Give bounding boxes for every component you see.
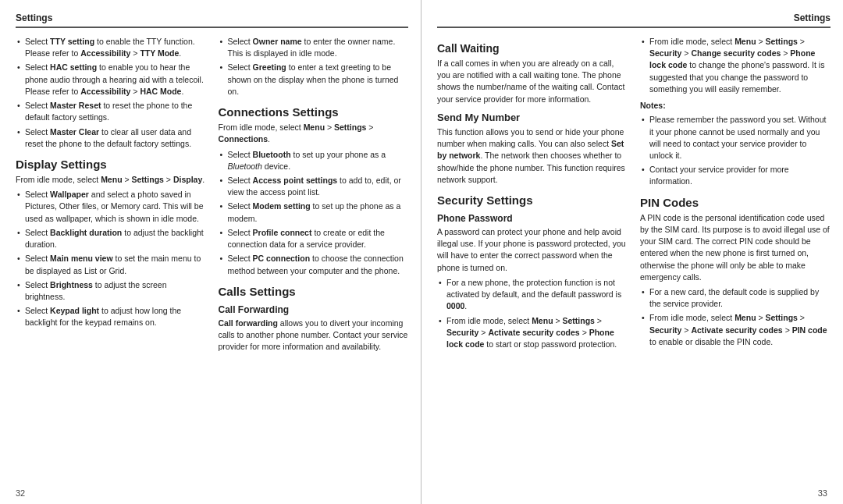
list-item: From idle mode, select Menu > Settings >… [640, 312, 831, 348]
call-forwarding-text: Call forwarding allows you to divert you… [219, 318, 409, 353]
call-waiting-text: If a call comes in when you are already … [437, 58, 628, 105]
list-item: Select Wallpaper and select a photo save… [16, 189, 206, 225]
list-item: For a new card, the default code is supp… [640, 286, 831, 310]
list-item: Select Master Reset to reset the phone t… [16, 100, 206, 123]
pin-codes-bullets: For a new card, the default code is supp… [640, 286, 831, 348]
notes-bullets: Please remember the password you set. Wi… [640, 114, 831, 187]
right-col3: Call Waiting If a call comes in when you… [437, 36, 628, 488]
list-item: Select Bluetooth to set up your phone as… [219, 149, 409, 172]
list-item: Contact your service provider for more i… [640, 164, 831, 187]
left-col1-bullets: Select TTY setting to enable the TTY fun… [16, 36, 206, 150]
left-col2: Select Owner name to enter the owner nam… [219, 36, 409, 488]
display-settings-intro: From idle mode, select Menu > Settings >… [16, 174, 206, 186]
display-settings-heading: Display Settings [16, 158, 206, 171]
list-item: From idle mode, select Menu > Settings >… [640, 36, 831, 95]
display-settings-bullets: Select Wallpaper and select a photo save… [16, 189, 206, 328]
left-col1: Select TTY setting to enable the TTY fun… [16, 36, 206, 488]
right-header: Settings [794, 12, 831, 23]
right-col4: From idle mode, select Menu > Settings >… [640, 36, 831, 488]
phone-password-heading: Phone Password [437, 213, 628, 224]
list-item: Select PC connection to choose the conne… [219, 253, 409, 276]
right-col4-bullets: From idle mode, select Menu > Settings >… [640, 36, 831, 95]
page-number-right: 33 [818, 488, 827, 498]
list-item: Select HAC setting to enable you to hear… [16, 62, 206, 98]
list-item: Select Modem setting to set up the phone… [219, 201, 409, 224]
list-item: Select Brightness to adjust the screen b… [16, 279, 206, 303]
notes-label: Notes: [640, 100, 831, 112]
list-item: Select Keypad light to adjust how long t… [16, 305, 206, 328]
list-item: Select Profile connect to create or edit… [219, 227, 409, 250]
list-item: Select Access point settings to add to, … [219, 175, 409, 198]
list-item: For a new phone, the protection function… [437, 277, 628, 313]
left-header: Settings [16, 12, 52, 23]
call-forwarding-heading: Call Forwarding [219, 304, 409, 315]
manual-page: Settings Select TTY setting to enable th… [0, 0, 843, 504]
list-item: Please remember the password you set. Wi… [640, 114, 831, 161]
page-number-left: 32 [16, 488, 25, 498]
phone-password-bullets: For a new phone, the protection function… [437, 277, 628, 350]
send-my-number-text: This function allows you to send or hide… [437, 126, 628, 186]
pin-codes-text: A PIN code is the personal identificatio… [640, 212, 831, 283]
send-my-number-heading: Send My Number [437, 112, 628, 123]
phone-password-text: A password can protect your phone and he… [437, 226, 628, 274]
list-item: Select TTY setting to enable the TTY fun… [16, 36, 206, 59]
notes-section: Notes: Please remember the password you … [640, 100, 831, 188]
list-item: Select Master Clear to clear all user da… [16, 126, 206, 150]
calls-settings-heading: Calls Settings [219, 285, 409, 298]
call-waiting-heading: Call Waiting [437, 42, 628, 55]
security-settings-heading: Security Settings [437, 193, 628, 207]
list-item: From idle mode, select Menu > Settings >… [437, 315, 628, 351]
left-col2-bullets: Select Owner name to enter the owner nam… [219, 36, 409, 98]
list-item: Select Owner name to enter the owner nam… [219, 36, 409, 59]
pin-codes-heading: PIN Codes [640, 196, 831, 209]
connections-bullets: Select Bluetooth to set up your phone as… [219, 149, 409, 277]
list-item: Select Main menu view to set the main me… [16, 253, 206, 276]
list-item: Select Backlight duration to adjust the … [16, 227, 206, 250]
list-item: Select Greeting to enter a text greeting… [219, 62, 409, 98]
connections-intro: From idle mode, select Menu > Settings >… [219, 122, 409, 145]
connections-settings-heading: Connections Settings [219, 105, 409, 119]
